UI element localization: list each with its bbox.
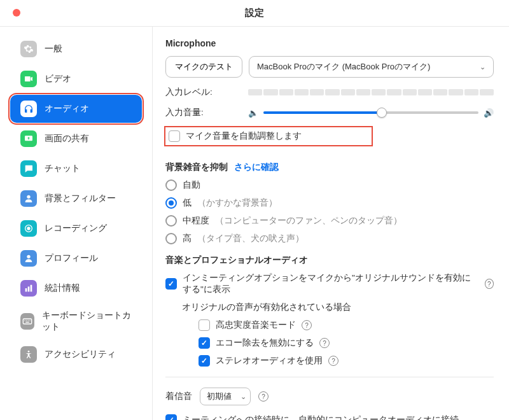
auto-connect-audio-label: ミーティングへの接続時に、自動的にコンピュータオーディオに接続 [183, 414, 459, 420]
hifi-music-label: 高忠実度音楽モード [216, 319, 296, 331]
help-icon[interactable]: ? [258, 391, 268, 402]
help-icon[interactable]: ? [302, 320, 312, 330]
close-icon[interactable] [13, 9, 20, 17]
sidebar-item-9[interactable]: キーボードショートカット [10, 304, 142, 339]
sidebar-item-2[interactable]: オーディオ [10, 95, 142, 123]
svg-point-11 [28, 320, 29, 321]
noise-radio-label: 高 [183, 233, 192, 244]
noise-radio-label: 中程度 [183, 215, 209, 227]
noise-radio-1[interactable] [165, 197, 177, 209]
sidebar-item-label: 背景とフィルター [45, 193, 116, 204]
when-original-enabled-label: オリジナルの音声が有効化されている場合 [182, 302, 494, 313]
svg-point-14 [28, 351, 30, 353]
noise-option-0: 自動 [165, 179, 494, 191]
sidebar-item-label: 画面の共有 [45, 133, 89, 144]
auto-adjust-mic-label: マイク音量を自動調整します [186, 130, 302, 142]
ringtone-label: 着信音 [165, 391, 192, 402]
music-pro-audio-heading: 音楽とプロフェショナルオーディオ [165, 255, 494, 266]
enable-original-sound-checkbox[interactable] [165, 278, 177, 290]
sidebar-item-label: キーボードショートカット [42, 310, 132, 333]
noise-radio-3[interactable] [165, 233, 177, 244]
volume-low-icon: 🔈 [248, 108, 258, 118]
noise-radio-label: 自動 [183, 179, 200, 191]
sidebar-item-8[interactable]: 統計情報 [10, 274, 142, 302]
microphone-device-value: MacBook Proのマイク (MacBook Proのマイク) [257, 61, 430, 73]
auto-adjust-mic-checkbox[interactable] [169, 130, 180, 142]
auto-adjust-mic-checkbox-row: マイク音量を自動調整します [165, 127, 372, 145]
help-icon[interactable]: ? [485, 279, 494, 289]
svg-rect-8 [23, 319, 31, 324]
noise-suppression-heading: 背景雑音を抑制 [165, 162, 228, 173]
share-screen-icon [20, 130, 37, 147]
hifi-music-checkbox[interactable] [199, 319, 210, 331]
ringtone-value: 初期値 [207, 391, 232, 402]
noise-radio-sub: （かすかな背景音） [197, 197, 277, 209]
auto-connect-audio-checkbox[interactable] [165, 414, 177, 420]
stereo-audio-checkbox[interactable] [199, 355, 210, 367]
stereo-audio-label: ステレオオーディオを使用 [216, 355, 323, 367]
recording-icon [20, 220, 37, 237]
svg-rect-6 [28, 286, 30, 291]
noise-option-2: 中程度（コンピューターのファン、ペンのタップ音） [165, 215, 494, 227]
sidebar-item-label: 統計情報 [45, 283, 80, 294]
svg-point-12 [29, 320, 30, 321]
svg-point-4 [27, 255, 30, 258]
audio-settings-panel: Microphone マイクのテスト MacBook Proのマイク (MacB… [153, 27, 509, 420]
disable-echo-label: エコー除去を無効にする [216, 337, 314, 349]
noise-radio-sub: （タイプ音、犬の吠え声） [197, 233, 304, 244]
noise-option-3: 高（タイプ音、犬の吠え声） [165, 233, 494, 244]
sidebar-item-label: アクセシビリティ [45, 349, 116, 360]
headphones-icon [20, 101, 37, 117]
volume-high-icon: 🔊 [484, 108, 494, 118]
window-title: 設定 [245, 7, 264, 19]
svg-rect-5 [25, 288, 27, 291]
enable-original-sound-label: インミーティングオプションをマイクから"オリジナルサウンドを有効にする"に表示 [183, 272, 479, 295]
background-icon [20, 190, 37, 207]
help-icon[interactable]: ? [319, 338, 330, 348]
input-volume-slider[interactable]: 🔈 🔊 [248, 108, 494, 118]
input-volume-label: 入力音量: [165, 107, 242, 118]
chevron-down-icon: ⌄ [241, 393, 246, 401]
sidebar-item-label: ビデオ [45, 73, 71, 85]
divider [165, 377, 494, 377]
svg-rect-7 [31, 285, 32, 292]
disable-echo-checkbox[interactable] [199, 337, 210, 349]
sidebar-item-5[interactable]: 背景とフィルター [10, 185, 142, 213]
microphone-device-dropdown[interactable]: MacBook Proのマイク (MacBook Proのマイク) ⌄ [249, 56, 494, 78]
svg-point-9 [24, 320, 25, 321]
input-level-label: 入力レベル: [165, 87, 242, 98]
titlebar: 設定 [0, 0, 509, 27]
sidebar-item-label: チャット [45, 163, 80, 174]
profile-icon [20, 250, 37, 267]
video-icon [20, 71, 37, 87]
svg-point-10 [26, 320, 27, 321]
chat-icon [20, 160, 37, 177]
noise-learn-more-link[interactable]: さらに確認 [234, 162, 279, 173]
help-icon[interactable]: ? [328, 356, 338, 366]
test-mic-button[interactable]: マイクのテスト [165, 56, 242, 78]
sidebar-item-label: プロフィール [45, 253, 98, 264]
noise-radio-0[interactable] [165, 179, 177, 191]
ringtone-dropdown[interactable]: 初期値 ⌄ [200, 388, 251, 405]
sidebar-item-label: 一般 [45, 43, 62, 55]
noise-radio-2[interactable] [165, 215, 177, 227]
accessibility-icon [20, 346, 37, 363]
noise-option-1: 低（かすかな背景音） [165, 197, 494, 209]
svg-point-3 [27, 227, 30, 230]
noise-radio-label: 低 [183, 197, 192, 209]
sidebar-item-3[interactable]: 画面の共有 [10, 125, 142, 153]
sidebar: 一般ビデオオーディオ画面の共有チャット背景とフィルターレコーディングプロフィール… [0, 27, 153, 420]
sidebar-item-7[interactable]: プロフィール [10, 244, 142, 272]
chevron-down-icon: ⌄ [480, 63, 485, 71]
sidebar-item-label: オーディオ [45, 103, 89, 115]
input-level-meter [248, 89, 494, 95]
sidebar-item-10[interactable]: アクセシビリティ [10, 340, 142, 368]
svg-point-1 [27, 195, 30, 199]
noise-radio-sub: （コンピューターのファン、ペンのタップ音） [215, 215, 402, 227]
sidebar-item-1[interactable]: ビデオ [10, 65, 142, 93]
sidebar-item-label: レコーディング [45, 223, 107, 234]
sidebar-item-4[interactable]: チャット [10, 155, 142, 183]
statistics-icon [20, 280, 37, 297]
sidebar-item-0[interactable]: 一般 [10, 35, 142, 63]
sidebar-item-6[interactable]: レコーディング [10, 214, 142, 242]
